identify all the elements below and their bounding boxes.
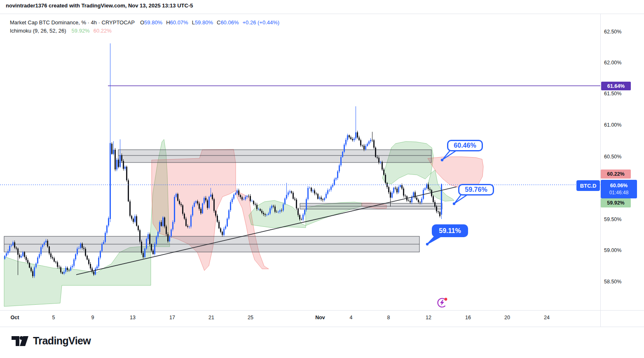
purple-level-label[interactable]: 61.64%: [601, 82, 631, 90]
zone-rectangle[interactable]: [118, 150, 431, 163]
candle-body: [408, 200, 409, 201]
candle-body: [63, 272, 65, 273]
candle-body: [151, 244, 152, 251]
current-price-label: 60.06% 01:46:48: [601, 180, 637, 198]
candle-body: [357, 132, 358, 137]
time-tick-label: 16: [459, 315, 477, 320]
candle-body: [52, 257, 53, 259]
candle-body: [55, 261, 56, 262]
candle-body: [200, 209, 201, 213]
candle-body: [438, 212, 439, 212]
price-tick-label: 61.50%: [604, 91, 621, 97]
candle-body: [227, 219, 228, 226]
callout-anchor-dot[interactable]: [453, 203, 455, 205]
candle-body: [174, 197, 175, 222]
candle-body: [354, 139, 355, 140]
current-price-value: 60.06%: [610, 182, 628, 189]
callout-anchor-dot[interactable]: [426, 243, 429, 245]
ichimoku-upper-band-label: 60.22%: [601, 170, 631, 179]
candle-body: [416, 198, 417, 200]
candle-body: [45, 241, 47, 243]
candle-body: [202, 203, 203, 213]
callout-tail[interactable]: [454, 194, 468, 203]
candle-body: [72, 266, 73, 267]
candle-body: [398, 187, 399, 192]
candle-body: [11, 245, 12, 246]
price-callout-59-11[interactable]: 59.11%: [432, 224, 468, 237]
candle-body: [263, 213, 264, 214]
candle-body: [118, 160, 119, 167]
price-callout-59-76[interactable]: 59.76%: [458, 184, 494, 195]
candle-body: [237, 191, 238, 193]
candle-body: [85, 249, 86, 256]
candle-body: [60, 267, 61, 272]
price-callout-60-46[interactable]: 60.46%: [447, 140, 483, 151]
candle-body: [29, 263, 30, 267]
candle-body: [134, 216, 136, 222]
candle-body: [70, 267, 71, 271]
candle-body: [276, 212, 277, 212]
candle-body: [116, 160, 117, 169]
ichimoku-cloud-red: [152, 149, 236, 271]
candle-body: [400, 185, 401, 187]
candle-body: [143, 253, 144, 257]
indicator-label: Ichimoku (9, 26, 52, 26): [10, 28, 66, 34]
candle-body: [350, 137, 351, 139]
candle-body: [103, 242, 104, 244]
candle-body: [342, 152, 343, 157]
candle-body: [121, 155, 122, 161]
candle-body: [306, 199, 307, 210]
candle-body: [68, 270, 70, 271]
candle-body: [77, 249, 78, 254]
session-flash-icon[interactable]: [436, 297, 449, 309]
candle-body: [218, 222, 220, 228]
time-tick-label: 8: [379, 315, 398, 320]
tradingview-logo-icon: [12, 336, 28, 346]
legend-indicator-row[interactable]: Ichimoku (9, 26, 52, 26) 59.92% 60.22%: [10, 26, 279, 35]
candle-body: [250, 196, 251, 201]
candle-body: [32, 271, 33, 276]
time-tick-label: 9: [84, 315, 102, 320]
candle-body: [291, 191, 292, 193]
bar-countdown: 01:46:48: [609, 189, 629, 196]
candle-body: [339, 165, 340, 172]
candle-body: [80, 244, 81, 248]
ohlc-close: C60.06%: [217, 19, 239, 26]
candle-body: [24, 252, 25, 257]
ascending-trendline[interactable]: [76, 187, 457, 275]
candle-body: [204, 198, 205, 204]
candle-body: [405, 195, 406, 196]
indicator-value-1: 59.92%: [72, 28, 90, 34]
tradingview-logo[interactable]: TradingView: [12, 335, 91, 347]
time-tick-label: 4: [342, 315, 360, 320]
candle-body: [278, 212, 279, 212]
candle-body: [322, 199, 323, 200]
price-tick-label: 62.50%: [604, 29, 621, 35]
candle-body: [296, 200, 297, 209]
candle-body: [159, 222, 160, 232]
candle-body: [326, 194, 327, 198]
candle-body: [225, 226, 226, 229]
candle-body: [307, 188, 309, 199]
candle-body: [329, 190, 330, 190]
candle-body: [297, 208, 299, 215]
candle-body: [100, 251, 101, 258]
candle-body: [396, 188, 398, 192]
candle-body: [128, 180, 129, 201]
candle-body: [388, 187, 389, 193]
candle-body: [390, 192, 391, 198]
candle-body: [133, 219, 134, 221]
candle-body: [87, 256, 88, 259]
candle-body: [269, 208, 271, 214]
candle-body: [83, 248, 84, 249]
chart-canvas[interactable]: [0, 0, 644, 358]
callout-anchor-dot[interactable]: [441, 159, 443, 161]
candle-body: [362, 146, 363, 146]
candle-body: [251, 201, 253, 201]
candle-body: [279, 210, 281, 212]
candle-body: [220, 228, 221, 232]
time-tick-label: 25: [241, 315, 260, 320]
candle-body: [349, 135, 350, 137]
legend-main-row[interactable]: Market Cap BTC Dominance, % · 4h · CRYPT…: [10, 18, 279, 26]
candle-body: [380, 162, 381, 163]
